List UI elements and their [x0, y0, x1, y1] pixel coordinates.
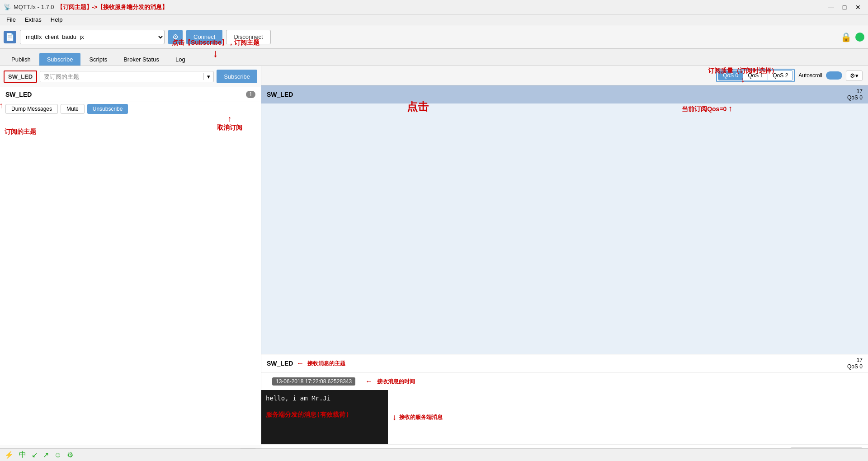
- server-msg-annotation-area: ↓ 接收的服务端消息: [388, 390, 447, 444]
- tab-log[interactable]: Log: [168, 53, 193, 66]
- topic-tag-label: SW_LED: [5, 71, 36, 82]
- mute-button[interactable]: Mute: [61, 104, 85, 114]
- detail-message-meta: 17 QoS 0: [847, 357, 863, 370]
- detail-message-count: 17: [857, 357, 863, 363]
- minimize-button[interactable]: —: [825, 2, 837, 12]
- unsubscribe-annotation: 取消订阅: [217, 124, 242, 132]
- timestamp-annotation: 接收消息的时间: [377, 378, 415, 386]
- topic-input[interactable]: [40, 71, 203, 82]
- status-icon-3[interactable]: ↙: [32, 451, 38, 459]
- left-panel: SW_LED ▾ Subscribe 点击【Subscribe】，订阅主题 ↓ …: [0, 66, 261, 461]
- profile-icon: 📄: [4, 31, 16, 43]
- subscribed-topic-name: SW_LED: [5, 91, 246, 98]
- title-annotation: 【订阅主题】->【接收服务端分发的消息】: [57, 3, 168, 11]
- tab-publish[interactable]: Publish: [4, 53, 38, 66]
- menu-bar: File Extras Help: [0, 14, 868, 25]
- message-qos-right: QoS 0: [847, 94, 863, 101]
- autoscroll-toggle[interactable]: [826, 71, 842, 80]
- qos-1-button[interactable]: QoS 1: [743, 71, 768, 80]
- qos-selector-box: QoS 0 QoS 1 QoS 2: [716, 69, 795, 82]
- message-detail-topic: SW_LED: [267, 360, 293, 367]
- unsubscribe-button[interactable]: Unsubscribe: [87, 104, 128, 114]
- right-panel: 订阅质量（订阅时选择） ↓ QoS 0 QoS 1 QoS 2 Autoscro…: [261, 66, 868, 461]
- topic-message-count: 1: [246, 91, 255, 98]
- options-button[interactable]: ⚙▾: [846, 71, 863, 81]
- lock-icon: 🔒: [840, 32, 852, 42]
- topic-dropdown-button[interactable]: ▾: [203, 73, 213, 80]
- selected-topic-label: SW_LED: [267, 91, 293, 98]
- connection-status-dot: [855, 33, 864, 42]
- main-content: SW_LED ▾ Subscribe 点击【Subscribe】，订阅主题 ↓ …: [0, 66, 868, 461]
- app-name: MQTT.fx - 1.7.0: [14, 4, 54, 10]
- detail-message-qos: QoS 0: [847, 363, 863, 370]
- close-button[interactable]: ✕: [852, 2, 864, 12]
- message-payload-area: hello, i am Mr.Ji 服务端分发的消息(有效载荷) ↓ 接收的服务…: [261, 390, 868, 444]
- status-icon-4[interactable]: ↗: [43, 451, 49, 459]
- menu-help[interactable]: Help: [46, 15, 67, 24]
- topics-list: SW_LED 1 Dump Messages Mute Unsubscribe …: [0, 87, 261, 445]
- status-icon-5[interactable]: ☺: [54, 451, 61, 459]
- tab-subscribe[interactable]: Subscribe: [39, 53, 81, 66]
- qos-header-area: 订阅质量（订阅时选择） ↓ QoS 0 QoS 1 QoS 2 Autoscro…: [261, 66, 868, 85]
- message-meta: 17 QoS 0: [847, 88, 863, 101]
- status-icon-2[interactable]: 中: [19, 450, 26, 460]
- server-msg-annotation: 接收的服务端消息: [399, 414, 443, 421]
- qos-0-button[interactable]: QoS 0: [718, 71, 743, 80]
- tabs-bar: Publish Subscribe Scripts Broker Status …: [0, 49, 868, 66]
- disconnect-button[interactable]: Disconnect: [226, 30, 270, 44]
- topic-actions: Dump Messages Mute Unsubscribe: [0, 102, 261, 116]
- subscribe-button[interactable]: Subscribe: [217, 70, 257, 83]
- topic-annotation: 接收消息的主题: [307, 360, 345, 367]
- qos-selector: QoS 0 QoS 1 QoS 2: [718, 71, 793, 80]
- menu-file[interactable]: File: [2, 15, 20, 24]
- status-bar: ⚡ 中 ↙ ↗ ☺ ⚙: [0, 448, 868, 461]
- message-area: [261, 103, 868, 354]
- autoscroll-label: Autoscroll: [798, 72, 822, 79]
- maximize-button[interactable]: □: [838, 2, 851, 12]
- status-icon-6[interactable]: ⚙: [67, 451, 73, 459]
- payload-text-display: hello, i am Mr.Ji 服务端分发的消息(有效载荷): [261, 390, 388, 444]
- connect-button[interactable]: Connect: [186, 30, 222, 44]
- message-list-header: SW_LED 点击 当前订阅Qos=0 ↑ 17 QoS 0: [261, 85, 868, 103]
- payload-annotation: 服务端分发的消息(有效载荷): [266, 411, 349, 418]
- subscription-annotation: 订阅的主题: [5, 128, 36, 135]
- message-timestamp: 13-06-2018 17:22:08.62528343: [272, 377, 355, 386]
- tab-broker-status[interactable]: Broker Status: [116, 53, 167, 66]
- message-detail-header: SW_LED ← 接收消息的主题 17 QoS 0: [261, 354, 868, 373]
- app-icon: 📡: [4, 4, 11, 10]
- title-bar: 📡 MQTT.fx - 1.7.0 【订阅主题】->【接收服务端分发的消息】 —…: [0, 0, 868, 14]
- dump-messages-button[interactable]: Dump Messages: [5, 104, 58, 114]
- topic-row: SW_LED 1: [0, 87, 261, 102]
- menu-extras[interactable]: Extras: [20, 15, 46, 24]
- status-icon-1[interactable]: ⚡: [5, 451, 14, 459]
- connection-profile-select[interactable]: mqttfx_client_baidu_jx: [20, 30, 165, 44]
- message-count-right: 17: [857, 88, 863, 94]
- tab-scripts[interactable]: Scripts: [81, 53, 115, 66]
- settings-gear-button[interactable]: ⚙: [168, 30, 183, 44]
- payload-content: hello, i am Mr.Ji: [266, 395, 383, 402]
- message-detail: SW_LED ← 接收消息的主题 17 QoS 0 13-06-2018 17:…: [261, 354, 868, 461]
- toolbar: 📄 mqttfx_client_baidu_jx ⚙ Connect Disco…: [0, 25, 868, 49]
- qos-2-button[interactable]: QoS 2: [768, 71, 793, 80]
